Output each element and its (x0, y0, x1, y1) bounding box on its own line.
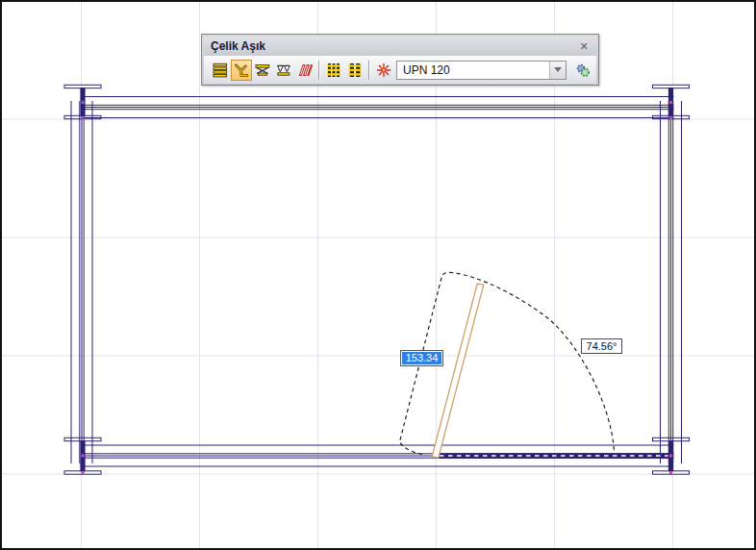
palette-titlebar[interactable]: Çelik Aşık ✕ (204, 37, 596, 56)
dense-grid-icon (326, 62, 341, 78)
gears-icon (575, 62, 591, 78)
angle-readout: 74.56° (581, 338, 622, 354)
column-flange (653, 85, 690, 88)
combobox-drop-button[interactable] (549, 62, 566, 79)
w-truss-purlin-button[interactable] (273, 60, 294, 81)
toolbar-separator (368, 61, 370, 80)
snap-nodes (81, 101, 672, 474)
purlin-preview[interactable] (432, 284, 484, 458)
truss-icon (255, 62, 270, 78)
angled-purlin-icon (234, 62, 249, 78)
grid-layout-a-button[interactable] (323, 60, 344, 81)
grid-layout-b-button[interactable] (344, 60, 365, 81)
length-input[interactable]: 153.34 (400, 350, 443, 366)
column-flange (64, 438, 101, 440)
purlin-array-button[interactable] (210, 60, 231, 81)
settings-button[interactable] (572, 60, 593, 81)
single-purlin-button[interactable] (231, 60, 252, 81)
length-input-value: 153.34 (402, 352, 441, 364)
stacked-bars-icon (213, 62, 228, 78)
app-window: 153.34 74.56° Çelik Aşık ✕ (0, 0, 756, 550)
toolbar-separator (318, 61, 320, 80)
sparse-grid-icon (347, 62, 363, 78)
steel-purlin-palette: Çelik Aşık ✕ (201, 34, 599, 86)
palette-toolbar: UPN 120 (204, 56, 596, 84)
chevron-down-icon (554, 67, 562, 72)
truss-purlin-button[interactable] (252, 60, 273, 81)
palette-title: Çelik Aşık (204, 39, 265, 53)
red-asterisk-icon (376, 62, 391, 78)
steel-frame[interactable] (64, 85, 690, 474)
close-icon[interactable]: ✕ (576, 38, 592, 54)
column-flange (64, 85, 101, 88)
hatch-purlin-button[interactable] (294, 60, 315, 81)
w-truss-icon (276, 62, 291, 78)
delete-purlin-button[interactable] (373, 60, 394, 81)
section-combobox[interactable]: UPN 120 (396, 61, 567, 80)
section-combobox-value: UPN 120 (397, 62, 549, 79)
red-hatch-icon (297, 62, 313, 78)
